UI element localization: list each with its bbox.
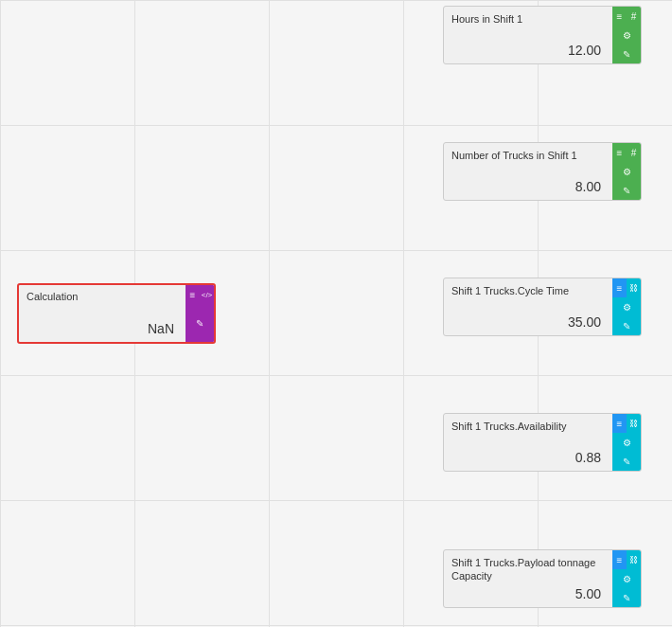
card-btn1-hours-in-shift[interactable] <box>612 7 627 26</box>
card-value-hours-in-shift: 12.00 <box>451 43 605 58</box>
card-buttons-cycle-time <box>612 278 641 335</box>
calc-node-title: Calculation <box>27 291 178 302</box>
card-availability: Shift 1 Trucks.Availability 0.88 <box>443 413 642 472</box>
calc-edit-button[interactable] <box>186 304 214 342</box>
card-hours-in-shift: Hours in Shift 1 12.00 <box>443 6 642 64</box>
card-btn4-availability[interactable] <box>612 452 641 471</box>
calculation-node: Calculation NaN <box>17 283 216 344</box>
card-number-of-trucks: Number of Trucks in Shift 1 8.00 <box>443 142 642 201</box>
card-buttons-hours-in-shift <box>612 7 641 63</box>
card-title-hours-in-shift: Hours in Shift 1 <box>451 12 605 26</box>
card-value-payload: 5.00 <box>451 586 605 601</box>
canvas: Calculation NaN Hours in Shift 1 12.00 <box>0 0 672 627</box>
card-btn4-cycle-time[interactable] <box>612 316 641 335</box>
card-btn4-payload[interactable] <box>612 588 641 607</box>
card-payload: Shift 1 Trucks.Payload tonnage Capacity … <box>443 549 642 608</box>
card-btn1-payload[interactable] <box>612 550 627 569</box>
card-title-number-of-trucks: Number of Trucks in Shift 1 <box>451 149 605 162</box>
card-value-cycle-time: 35.00 <box>451 314 605 330</box>
card-buttons-number-of-trucks <box>612 143 641 200</box>
card-btn2-availability[interactable] <box>627 414 641 433</box>
card-btn3-payload[interactable] <box>612 569 641 588</box>
card-btn1-availability[interactable] <box>612 414 627 433</box>
card-buttons-availability <box>612 414 641 471</box>
calc-node-value: NaN <box>27 321 178 336</box>
card-btn3-number-of-trucks[interactable] <box>612 162 641 181</box>
calc-node-buttons <box>186 285 214 342</box>
calc-code-button[interactable] <box>200 285 214 304</box>
calc-list-button[interactable] <box>186 285 200 304</box>
card-btn4-hours-in-shift[interactable] <box>612 45 641 63</box>
card-cycle-time: Shift 1 Trucks.Cycle Time 35.00 <box>443 278 642 336</box>
card-btn3-hours-in-shift[interactable] <box>612 26 641 45</box>
card-btn3-availability[interactable] <box>612 433 641 452</box>
card-value-availability: 0.88 <box>451 450 605 465</box>
card-btn1-cycle-time[interactable] <box>612 278 627 297</box>
card-title-payload: Shift 1 Trucks.Payload tonnage Capacity <box>451 556 605 583</box>
card-btn2-number-of-trucks[interactable] <box>627 143 641 162</box>
card-value-number-of-trucks: 8.00 <box>451 179 605 194</box>
card-btn4-number-of-trucks[interactable] <box>612 181 641 200</box>
card-buttons-payload <box>612 550 641 607</box>
card-btn3-cycle-time[interactable] <box>612 297 641 316</box>
card-btn2-cycle-time[interactable] <box>627 278 641 297</box>
card-btn1-number-of-trucks[interactable] <box>612 143 627 162</box>
card-btn2-hours-in-shift[interactable] <box>627 7 641 26</box>
card-title-cycle-time: Shift 1 Trucks.Cycle Time <box>451 284 605 297</box>
card-title-availability: Shift 1 Trucks.Availability <box>451 420 605 433</box>
card-btn2-payload[interactable] <box>627 550 641 569</box>
